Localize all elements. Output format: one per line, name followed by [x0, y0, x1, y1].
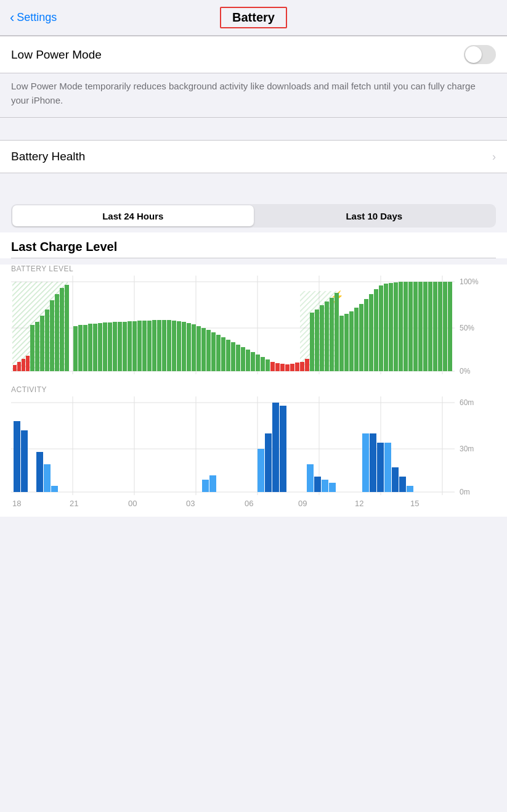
svg-rect-103: [448, 282, 452, 371]
svg-rect-35: [128, 321, 132, 371]
chevron-left-icon: ‹: [10, 11, 14, 25]
svg-rect-90: [384, 284, 388, 371]
svg-text:0m: 0m: [460, 488, 470, 496]
svg-rect-32: [113, 322, 117, 371]
svg-text:0%: 0%: [460, 367, 471, 375]
svg-text:12: 12: [355, 499, 363, 508]
svg-rect-56: [231, 342, 235, 371]
svg-text:09: 09: [298, 499, 307, 508]
svg-rect-98: [423, 282, 428, 371]
svg-rect-83: [349, 311, 354, 371]
svg-rect-94: [404, 282, 408, 371]
svg-rect-37: [137, 321, 142, 371]
svg-rect-138: [399, 477, 406, 492]
svg-rect-125: [258, 449, 264, 492]
low-power-description: Low Power Mode temporarily reduces backg…: [0, 73, 507, 118]
svg-rect-41: [157, 320, 161, 371]
svg-rect-52: [211, 332, 216, 371]
chart-divider-1: [11, 258, 496, 258]
svg-rect-81: [339, 316, 344, 371]
svg-rect-30: [103, 322, 107, 371]
svg-rect-45: [177, 321, 181, 371]
low-power-mode-label: Low Power Mode: [11, 48, 102, 62]
svg-rect-101: [438, 282, 442, 371]
svg-rect-100: [433, 282, 437, 371]
svg-rect-46: [182, 322, 186, 371]
svg-rect-31: [108, 322, 112, 371]
svg-rect-44: [172, 321, 176, 371]
svg-rect-68: [290, 364, 294, 371]
svg-rect-139: [407, 486, 413, 492]
svg-rect-93: [399, 282, 403, 371]
svg-rect-48: [192, 324, 196, 371]
svg-rect-133: [362, 433, 369, 492]
svg-rect-128: [280, 406, 286, 492]
activity-svg: 60m 30m 0m 18 21 00 03 06 09 12 15: [11, 396, 479, 517]
activity-chart-area: ACTIVITY: [0, 383, 507, 517]
svg-rect-69: [295, 363, 299, 371]
svg-rect-19: [45, 310, 49, 371]
svg-text:50%: 50%: [460, 324, 474, 332]
svg-rect-95: [408, 282, 413, 371]
back-label: Settings: [17, 11, 57, 24]
svg-rect-89: [379, 285, 383, 371]
back-button[interactable]: ‹ Settings: [10, 11, 57, 25]
svg-rect-132: [329, 483, 336, 492]
svg-rect-50: [201, 328, 206, 371]
svg-rect-130: [314, 477, 321, 492]
svg-rect-24: [73, 326, 78, 371]
battery-level-chart-label: BATTERY LEVEL: [11, 265, 496, 273]
svg-rect-18: [40, 316, 44, 371]
low-power-mode-toggle[interactable]: [464, 45, 496, 64]
svg-rect-74: [305, 359, 309, 371]
svg-rect-97: [418, 282, 423, 371]
svg-rect-27: [88, 324, 92, 371]
svg-text:15: 15: [410, 499, 419, 508]
svg-rect-58: [241, 347, 245, 371]
page-title: Battery: [232, 10, 275, 24]
battery-level-chart-area: BATTERY LEVEL: [0, 265, 507, 383]
svg-rect-137: [392, 467, 399, 492]
svg-rect-34: [123, 322, 127, 371]
svg-text:21: 21: [70, 499, 78, 508]
svg-rect-123: [202, 480, 209, 492]
svg-rect-59: [246, 350, 250, 371]
svg-rect-53: [216, 335, 221, 371]
svg-rect-16: [30, 325, 34, 371]
battery-chart-wrapper: ⚡: [11, 276, 496, 380]
toggle-knob: [465, 46, 482, 63]
segment-control: Last 24 Hours Last 10 Days: [11, 204, 496, 228]
battery-health-row[interactable]: Battery Health ›: [0, 141, 507, 173]
activity-chart-label: ACTIVITY: [11, 385, 496, 394]
svg-rect-63: [266, 359, 270, 371]
svg-rect-47: [187, 323, 191, 371]
svg-rect-60: [251, 352, 255, 371]
svg-rect-55: [226, 340, 230, 371]
segment-option-24h[interactable]: Last 24 Hours: [12, 205, 254, 226]
svg-rect-85: [359, 304, 363, 371]
svg-rect-26: [83, 325, 87, 371]
svg-rect-57: [236, 345, 240, 371]
svg-rect-80: [335, 293, 339, 371]
svg-rect-21: [55, 294, 59, 371]
svg-rect-78: [325, 301, 329, 371]
svg-rect-135: [377, 443, 384, 492]
svg-rect-75: [310, 313, 314, 371]
svg-rect-117: [14, 421, 20, 492]
segment-label-24h: Last 24 Hours: [102, 211, 163, 221]
svg-rect-92: [394, 282, 398, 371]
battery-health-section: Battery Health ›: [0, 140, 507, 173]
segment-option-10d[interactable]: Last 10 Days: [254, 205, 495, 226]
svg-rect-79: [330, 298, 334, 371]
low-power-mode-row[interactable]: Low Power Mode: [0, 36, 507, 73]
svg-rect-77: [320, 305, 324, 371]
segment-container: Last 24 Hours Last 10 Days: [0, 195, 507, 232]
svg-rect-15: [26, 356, 30, 371]
section-gap-2: [0, 173, 507, 195]
svg-text:60m: 60m: [460, 398, 474, 407]
svg-rect-65: [275, 363, 280, 371]
svg-rect-96: [413, 282, 418, 371]
svg-rect-91: [389, 283, 393, 371]
svg-rect-73: [300, 362, 304, 371]
svg-rect-39: [147, 321, 152, 371]
